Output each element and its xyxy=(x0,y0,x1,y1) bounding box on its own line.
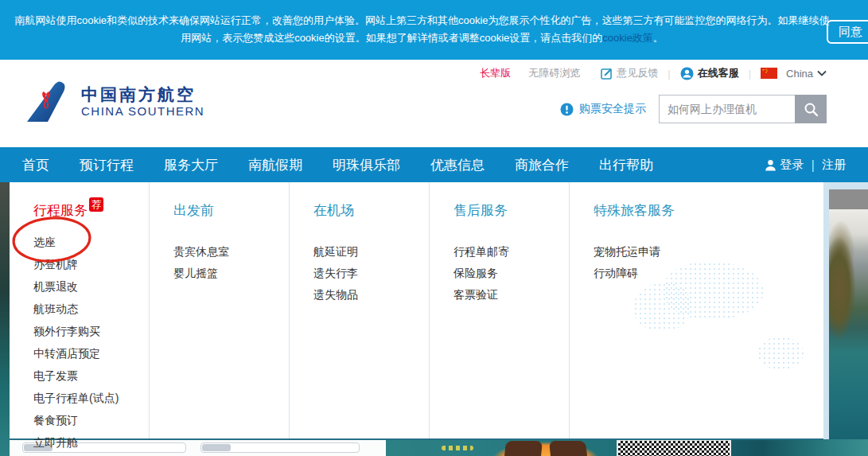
search-input[interactable] xyxy=(659,95,795,123)
nav-item-booking[interactable]: 预订行程 xyxy=(80,156,134,174)
map-dots-australia xyxy=(757,337,804,370)
feedback-label: 意见反馈 xyxy=(617,66,658,80)
cookie-banner-text: 南航网站使用cookie和类似的技术来确保网站运行正常，改善您的用户体验。网站上… xyxy=(14,14,829,44)
menu-item-transit-hotel[interactable]: 中转酒店预定 xyxy=(33,348,149,360)
partial-input-field-2[interactable] xyxy=(200,442,360,453)
boat-image-fragment xyxy=(475,439,617,456)
search-icon xyxy=(804,102,819,117)
cookie-banner-suffix: 。 xyxy=(653,32,664,44)
nav-item-sky-pearl-club[interactable]: 明珠俱乐部 xyxy=(333,156,400,174)
background-gray-block xyxy=(829,189,868,209)
cookie-policy-link[interactable]: cookie政策 xyxy=(602,32,653,44)
logo-title-cn: 中国南方航空 xyxy=(81,85,204,104)
menu-item-e-itinerary[interactable]: 电子行程单(试点) xyxy=(33,392,149,404)
customer-service-icon xyxy=(680,67,694,80)
menu-item-vip-lounge[interactable]: 贵宾休息室 xyxy=(173,246,289,258)
water-reflection-detail xyxy=(442,446,473,450)
qr-code-fragment xyxy=(618,441,730,456)
register-link[interactable]: 注册 xyxy=(822,158,846,173)
nav-item-service-hall[interactable]: 服务大厅 xyxy=(164,156,218,174)
background-photo-right-edge xyxy=(823,182,868,456)
search-button[interactable] xyxy=(795,95,827,123)
menu-item-flight-status[interactable]: 航班动态 xyxy=(33,303,149,315)
menu-heading-trip-services[interactable]: 行程服务荐 xyxy=(33,203,149,219)
menu-heading-before-departure[interactable]: 出发前 xyxy=(173,203,289,219)
menu-item-meal-booking[interactable]: 餐食预订 xyxy=(33,415,149,427)
region-selector[interactable]: China xyxy=(761,68,827,80)
cookie-banner: 南航网站使用cookie和类似的技术来确保网站运行正常，改善您的用户体验。网站上… xyxy=(0,0,868,60)
menu-column-at-airport: 在机场 航延证明 遗失行李 遗失物品 xyxy=(290,182,430,438)
logo-text: 中国南方航空 CHINA SOUTHERN xyxy=(81,85,204,119)
services-mega-menu: 行程服务荐 选座 办登机牌 机票退改 航班动态 额外行李购买 中转酒店预定 电子… xyxy=(10,182,823,440)
partial-input-2-button xyxy=(202,444,231,451)
menu-heading-at-airport[interactable]: 在机场 xyxy=(313,203,429,219)
header-search-row: 购票安全提示 xyxy=(560,95,827,123)
menu-item-upgrade-now[interactable]: 立即升舱 xyxy=(33,437,149,449)
menu-item-lost-baggage[interactable]: 遗失行李 xyxy=(313,267,429,279)
menu-column-trip-services: 行程服务荐 选座 办登机牌 机票退改 航班动态 额外行李购买 中转酒店预定 电子… xyxy=(10,182,150,438)
nav-item-travel-help[interactable]: 出行帮助 xyxy=(599,156,653,174)
menu-heading-special-passengers[interactable]: 特殊旅客服务 xyxy=(594,203,823,219)
menu-item-pet-transport[interactable]: 宠物托运申请 xyxy=(594,246,823,258)
ticket-safety-tip-link[interactable]: 购票安全提示 xyxy=(579,102,646,116)
online-service-label: 在线客服 xyxy=(698,66,739,80)
header-quick-links: 长辈版 无障碍浏览 意见反馈 | 在线客服 | China xyxy=(480,66,827,80)
user-icon xyxy=(765,159,777,171)
logo-title-en: CHINA SOUTHERN xyxy=(81,104,204,119)
login-separator: ｜ xyxy=(807,158,819,173)
menu-item-ticket-change-refund[interactable]: 机票退改 xyxy=(33,281,149,293)
menu-item-insurance-service[interactable]: 保险服务 xyxy=(453,267,569,279)
nav-item-home[interactable]: 首页 xyxy=(22,156,49,174)
info-icon xyxy=(560,103,574,116)
background-photo-left-edge xyxy=(0,182,10,456)
tailfin-logo-icon xyxy=(22,79,72,125)
menu-item-seat-selection[interactable]: 选座 xyxy=(33,236,149,248)
map-dots-america xyxy=(633,283,691,332)
menu-heading-after-sales[interactable]: 售后服务 xyxy=(453,203,569,219)
menu-item-mobility-impaired[interactable]: 行动障碍 xyxy=(594,267,823,279)
online-service-link[interactable]: 在线客服 xyxy=(680,66,739,80)
site-header: 长辈版 无障碍浏览 意见反馈 | 在线客服 | China xyxy=(0,60,868,147)
background-photo-bottom xyxy=(386,439,868,456)
menu-item-lost-items[interactable]: 遗失物品 xyxy=(313,289,429,301)
cookie-agree-button[interactable]: 同意 xyxy=(827,20,868,44)
quick-links-separator-2: | xyxy=(749,68,751,80)
menu-heading-label: 行程服务 xyxy=(33,203,88,218)
nav-item-holidays[interactable]: 南航假期 xyxy=(248,156,302,174)
china-flag-icon xyxy=(761,68,777,79)
elder-version-link[interactable]: 长辈版 xyxy=(480,66,511,80)
region-label: China xyxy=(786,68,813,80)
nav-item-business-travel[interactable]: 商旅合作 xyxy=(515,156,569,174)
menu-item-itinerary-mailing[interactable]: 行程单邮寄 xyxy=(453,246,569,258)
quick-links-separator: | xyxy=(668,68,670,80)
login-area: 登录 ｜ 注册 xyxy=(765,147,846,182)
menu-item-ticket-verification[interactable]: 客票验证 xyxy=(453,289,569,301)
nav-item-promotions[interactable]: 优惠信息 xyxy=(430,156,485,174)
menu-item-e-invoice[interactable]: 电子发票 xyxy=(33,370,149,382)
feedback-link[interactable]: 意见反馈 xyxy=(601,66,658,80)
feedback-form-icon xyxy=(601,68,613,80)
main-navigation: 首页 预订行程 服务大厅 南航假期 明珠俱乐部 优惠信息 商旅合作 出行帮助 登… xyxy=(0,147,868,182)
menu-column-before-departure: 出发前 贵宾休息室 婴儿摇篮 xyxy=(150,182,290,438)
recommended-badge: 荐 xyxy=(89,197,103,212)
menu-column-after-sales: 售后服务 行程单邮寄 保险服务 客票验证 xyxy=(430,182,570,438)
login-link[interactable]: 登录 xyxy=(780,158,804,173)
menu-column-special-passengers: 特殊旅客服务 宠物托运申请 行动障碍 xyxy=(570,182,823,438)
menu-item-baby-cradle[interactable]: 婴儿摇篮 xyxy=(173,267,289,279)
background-cliff-photo xyxy=(829,209,868,456)
menu-item-extra-baggage[interactable]: 额外行李购买 xyxy=(33,325,149,337)
chevron-down-icon xyxy=(817,70,827,76)
menu-item-delay-certificate[interactable]: 航延证明 xyxy=(313,246,429,258)
menu-item-check-in[interactable]: 办登机牌 xyxy=(33,259,149,271)
company-logo[interactable]: 中国南方航空 CHINA SOUTHERN xyxy=(22,79,204,125)
accessibility-link[interactable]: 无障碍浏览 xyxy=(528,66,580,80)
